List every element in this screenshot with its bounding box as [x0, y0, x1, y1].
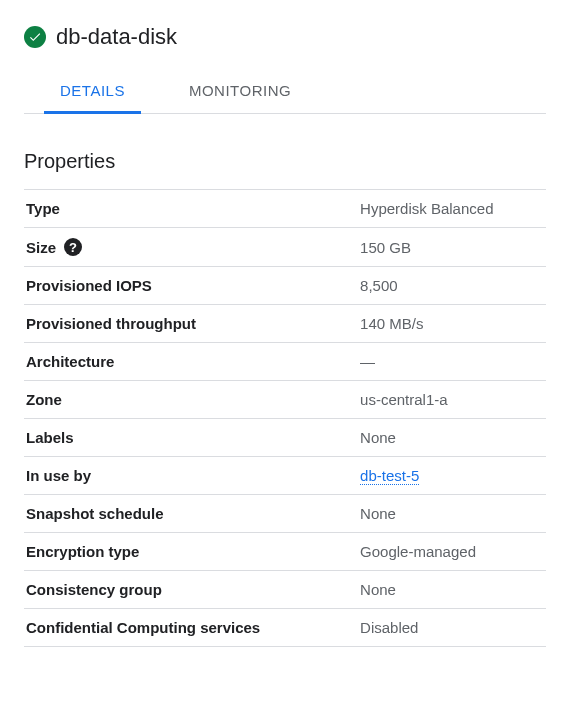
property-label-text: In use by: [26, 467, 91, 484]
disk-name-title: db-data-disk: [56, 24, 177, 50]
property-value: 8,500: [358, 267, 546, 305]
property-label: Consistency group: [26, 581, 356, 598]
property-label-text: Provisioned IOPS: [26, 277, 152, 294]
table-row: Consistency groupNone: [24, 571, 546, 609]
table-row: In use bydb-test-5: [24, 457, 546, 495]
properties-table: TypeHyperdisk BalancedSize?150 GBProvisi…: [24, 189, 546, 647]
table-row: Architecture—: [24, 343, 546, 381]
property-value: None: [358, 495, 546, 533]
property-value: Disabled: [358, 609, 546, 647]
property-value: db-test-5: [358, 457, 546, 495]
tab-bar: DETAILS MONITORING: [24, 70, 546, 114]
property-label-text: Zone: [26, 391, 62, 408]
property-label: Labels: [26, 429, 356, 446]
table-row: LabelsNone: [24, 419, 546, 457]
table-row: Snapshot scheduleNone: [24, 495, 546, 533]
property-label-text: Snapshot schedule: [26, 505, 164, 522]
property-label-text: Size: [26, 239, 56, 256]
property-label: Encryption type: [26, 543, 356, 560]
property-label-text: Architecture: [26, 353, 114, 370]
table-row: Provisioned throughput140 MB/s: [24, 305, 546, 343]
property-value: —: [358, 343, 546, 381]
tab-monitoring[interactable]: MONITORING: [173, 70, 307, 114]
property-label: Provisioned IOPS: [26, 277, 356, 294]
property-label: Type: [26, 200, 356, 217]
property-label: Architecture: [26, 353, 356, 370]
property-value: None: [358, 571, 546, 609]
help-icon[interactable]: ?: [64, 238, 82, 256]
property-value: us-central1-a: [358, 381, 546, 419]
property-label-text: Encryption type: [26, 543, 139, 560]
page-header: db-data-disk: [24, 24, 546, 50]
in-use-by-link[interactable]: db-test-5: [360, 467, 419, 485]
property-value: None: [358, 419, 546, 457]
property-label: In use by: [26, 467, 356, 484]
table-row: Provisioned IOPS8,500: [24, 267, 546, 305]
status-ready-icon: [24, 26, 46, 48]
property-label-text: Confidential Computing services: [26, 619, 260, 636]
property-label-text: Type: [26, 200, 60, 217]
property-label: Size?: [26, 238, 356, 256]
table-row: Size?150 GB: [24, 228, 546, 267]
property-label-text: Provisioned throughput: [26, 315, 196, 332]
property-value: 150 GB: [358, 228, 546, 267]
properties-section-title: Properties: [24, 150, 546, 173]
property-label-text: Consistency group: [26, 581, 162, 598]
table-row: TypeHyperdisk Balanced: [24, 190, 546, 228]
table-row: Zoneus-central1-a: [24, 381, 546, 419]
property-value: Google-managed: [358, 533, 546, 571]
property-label: Snapshot schedule: [26, 505, 356, 522]
property-label-text: Labels: [26, 429, 74, 446]
table-row: Encryption typeGoogle-managed: [24, 533, 546, 571]
property-label: Zone: [26, 391, 356, 408]
property-value: Hyperdisk Balanced: [358, 190, 546, 228]
property-label: Provisioned throughput: [26, 315, 356, 332]
property-label: Confidential Computing services: [26, 619, 356, 636]
tab-details[interactable]: DETAILS: [44, 70, 141, 114]
property-value: 140 MB/s: [358, 305, 546, 343]
table-row: Confidential Computing servicesDisabled: [24, 609, 546, 647]
